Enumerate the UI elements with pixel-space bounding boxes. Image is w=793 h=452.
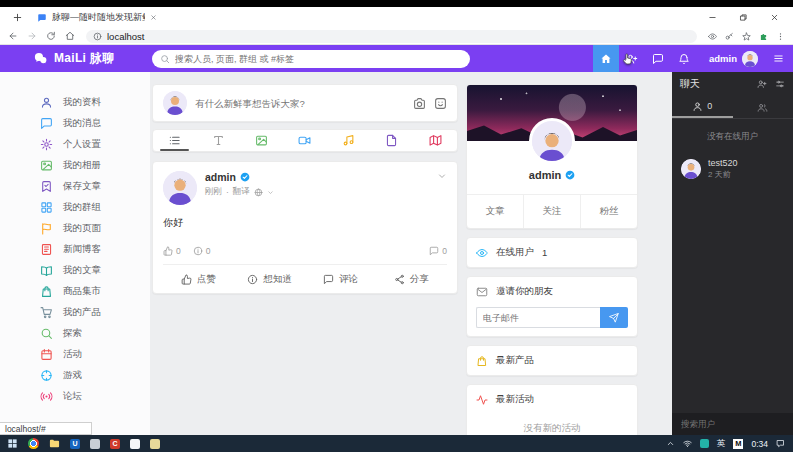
chat-settings-icon[interactable] [775, 79, 785, 89]
global-search[interactable] [152, 50, 470, 68]
sidebar-item-saved-posts[interactable]: 保存文章 [40, 180, 150, 193]
tray-app-icon[interactable] [700, 439, 709, 448]
url-input[interactable]: localhost [86, 30, 697, 43]
password-reveal-icon[interactable] [708, 32, 717, 41]
password-manager-icon[interactable] [725, 32, 734, 41]
profile-name[interactable]: admin [529, 169, 561, 181]
chat-user-row[interactable]: test520 2 天前 [672, 151, 793, 187]
post-options-icon[interactable] [437, 171, 447, 181]
feed-tab-files[interactable] [370, 130, 413, 151]
sidebar-item-games[interactable]: 游戏 [40, 369, 150, 382]
sidebar-label: 我的相册 [63, 159, 101, 172]
sidebar-item-explore[interactable]: 探索 [40, 327, 150, 340]
like-button[interactable]: 点赞 [163, 273, 234, 286]
sidebar-item-forum[interactable]: 论坛 [40, 390, 150, 403]
post-time[interactable]: 刚刚 [205, 186, 222, 198]
feed-tab-map[interactable] [414, 130, 457, 151]
nav-messages-button[interactable] [645, 45, 671, 72]
window-close-button[interactable] [770, 13, 779, 22]
sidebar-item-events[interactable]: 活动 [40, 348, 150, 361]
tray-overflow-icon[interactable] [666, 439, 675, 448]
forward-button[interactable] [27, 31, 37, 41]
taskbar-explorer-icon[interactable] [49, 438, 60, 449]
sidebar-item-blog[interactable]: 新闻博客 [40, 243, 150, 256]
nav-notifications-button[interactable] [671, 45, 697, 72]
sidebar-item-albums[interactable]: 我的相册 [40, 159, 150, 172]
post-author-name[interactable]: admin [205, 171, 236, 183]
nav-home-button[interactable] [593, 45, 619, 72]
shopping-bag-icon [40, 285, 53, 298]
sidebar-item-products[interactable]: 我的产品 [40, 306, 150, 319]
chevron-down-icon[interactable] [267, 189, 274, 196]
products-title: 最新产品 [496, 354, 534, 367]
clock[interactable]: 0:34 [751, 439, 768, 449]
user-menu[interactable]: admin [697, 51, 763, 67]
new-tab-button[interactable] [12, 12, 23, 23]
bookmark-star-icon[interactable] [742, 32, 751, 41]
feed-tab-all[interactable] [153, 130, 196, 151]
profile-avatar[interactable] [529, 118, 575, 164]
sidebar-item-messages[interactable]: 我的消息 [40, 117, 150, 130]
taskbar-chrome-icon[interactable] [28, 438, 39, 449]
feed-tab-videos[interactable] [283, 130, 326, 151]
game-icon [40, 369, 53, 382]
header-menu-icon[interactable] [763, 45, 793, 72]
window-restore-button[interactable] [739, 13, 748, 22]
taskbar-app-u-icon[interactable]: U [70, 439, 80, 449]
comment-button[interactable]: 评论 [305, 273, 376, 286]
chat-search-input[interactable] [681, 419, 784, 429]
camera-icon[interactable] [413, 97, 426, 110]
start-button[interactable] [7, 438, 18, 449]
sidebar-item-settings[interactable]: 个人设置 [40, 138, 150, 151]
sidebar-item-articles[interactable]: 我的文章 [40, 264, 150, 277]
invite-send-button[interactable] [600, 307, 628, 328]
chat-tab-contacts[interactable]: 0 [672, 96, 733, 118]
stat-following[interactable]: 关注 [523, 195, 580, 228]
taskbar-app-c-icon[interactable]: C [110, 439, 120, 449]
browser-tab[interactable]: 脉聊—随时随地发现新鲜... [37, 11, 157, 24]
brand[interactable]: MaiLi 脉聊 [0, 50, 152, 67]
action-label: 想知道 [263, 273, 292, 286]
tab-close-icon[interactable] [150, 14, 157, 21]
feed-tab-music[interactable] [327, 130, 370, 151]
browser-home-button[interactable] [65, 31, 75, 41]
header-avatar[interactable] [742, 51, 758, 67]
sticker-icon[interactable] [434, 97, 447, 110]
chat-tab-groups[interactable] [733, 96, 793, 118]
composer-input[interactable] [195, 98, 405, 109]
stat-articles[interactable]: 文章 [467, 195, 523, 228]
ime-badge[interactable]: M [733, 439, 743, 449]
sidebar-item-marketplace[interactable]: 商品集市 [40, 285, 150, 298]
taskbar-notepad-icon[interactable] [130, 439, 140, 449]
ime-language-indicator[interactable]: 英 [717, 438, 726, 450]
taskbar-notes-icon[interactable] [150, 439, 160, 449]
wonder-button[interactable]: 想知道 [234, 273, 305, 286]
chat-search-bar[interactable] [672, 413, 793, 435]
user-icon [40, 96, 53, 109]
post-author-avatar[interactable] [163, 171, 197, 205]
reload-button[interactable] [46, 31, 56, 41]
post-translate-link[interactable]: 翻译 [233, 186, 250, 198]
chat-add-user-icon[interactable] [757, 79, 767, 89]
feed-tab-text[interactable] [196, 130, 239, 151]
sidebar-item-groups[interactable]: 我的群组 [40, 201, 150, 214]
back-button[interactable] [8, 31, 18, 41]
window-minimize-button[interactable] [708, 13, 717, 22]
stat-followers[interactable]: 粉丝 [580, 195, 637, 228]
taskbar-app-window-icon[interactable] [90, 439, 100, 449]
network-icon[interactable] [683, 439, 692, 448]
composer-avatar [163, 91, 187, 115]
share-button[interactable]: 分享 [376, 273, 447, 286]
invite-email-input[interactable] [476, 307, 600, 328]
sidebar-label: 我的产品 [63, 306, 101, 319]
post-composer[interactable] [152, 84, 458, 122]
privacy-globe-icon[interactable] [254, 188, 263, 197]
sidebar-item-profile[interactable]: 我的资料 [40, 96, 150, 109]
feed-tab-photos[interactable] [240, 130, 283, 151]
extension-icon[interactable] [759, 32, 768, 41]
action-center-icon[interactable] [776, 439, 785, 448]
sidebar-item-pages[interactable]: 我的页面 [40, 222, 150, 235]
browser-menu-icon[interactable] [776, 32, 785, 41]
site-info-icon[interactable] [93, 32, 102, 41]
search-input[interactable] [175, 54, 462, 64]
